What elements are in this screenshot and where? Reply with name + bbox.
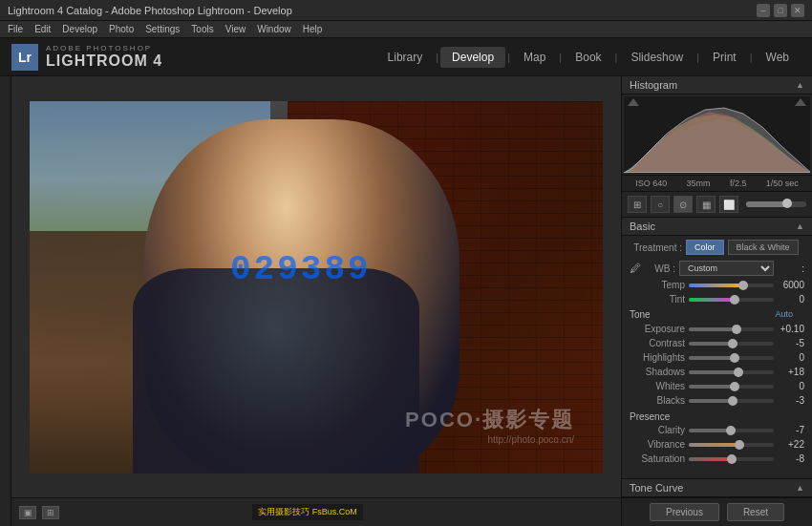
- blacks-thumb[interactable]: [728, 396, 737, 406]
- color-button[interactable]: Color: [686, 240, 724, 255]
- saturation-value: -8: [778, 453, 804, 464]
- tint-slider[interactable]: [689, 298, 774, 302]
- menu-photo[interactable]: Photo: [109, 24, 134, 34]
- tab-develop[interactable]: Develop: [440, 47, 505, 68]
- temp-slider[interactable]: [689, 284, 774, 287]
- clarity-thumb[interactable]: [726, 426, 736, 435]
- tint-value: 0: [778, 294, 804, 305]
- shadows-thumb[interactable]: [734, 368, 743, 377]
- tab-web[interactable]: Web: [755, 47, 801, 68]
- contrast-thumb[interactable]: [728, 339, 737, 348]
- contrast-slider[interactable]: [689, 342, 774, 346]
- histogram-canvas: [624, 96, 810, 173]
- tab-library[interactable]: Library: [376, 47, 435, 68]
- menu-settings[interactable]: Settings: [145, 24, 180, 34]
- menu-file[interactable]: File: [8, 24, 23, 34]
- blacks-label: Blacks: [630, 395, 685, 406]
- photo-container: 029389 POCO·摄影专题 http://photo.poco.cn/: [30, 101, 603, 473]
- suit-overlay: [133, 268, 419, 473]
- contrast-label: Contrast: [630, 338, 685, 348]
- tab-print[interactable]: Print: [701, 47, 748, 68]
- contrast-row: Contrast -5: [622, 336, 812, 350]
- vibrance-thumb[interactable]: [735, 440, 744, 450]
- tab-map[interactable]: Map: [512, 47, 557, 68]
- close-button[interactable]: ✕: [791, 4, 804, 17]
- title-bar: Lightroom 4 Catalog - Adobe Photoshop Li…: [0, 0, 812, 21]
- exposure-slider[interactable]: [689, 327, 774, 331]
- maximize-button[interactable]: □: [774, 4, 787, 17]
- spot-removal-tool[interactable]: ○: [651, 196, 670, 213]
- exposure-value: +0.10: [778, 324, 804, 334]
- tab-slideshow[interactable]: Slideshow: [619, 47, 694, 68]
- camera-info: ISO 640 35mm f/2.5 1/50 sec: [622, 176, 812, 192]
- auto-button[interactable]: Auto: [771, 308, 797, 320]
- tone-label: Tone: [630, 309, 651, 320]
- menu-edit[interactable]: Edit: [34, 24, 51, 34]
- exposure-row: Exposure +0.10: [622, 322, 812, 336]
- brand-name: ADOBE PHOTOSHOP: [46, 44, 162, 53]
- grid-icon[interactable]: ⊞: [42, 506, 59, 519]
- saturation-row: Saturation -8: [622, 452, 812, 466]
- contrast-value: -5: [778, 338, 804, 348]
- treatment-label: Treatment :: [630, 242, 682, 253]
- tint-fill: [689, 298, 732, 302]
- saturation-slider[interactable]: [689, 457, 774, 461]
- tool-slider[interactable]: [746, 201, 806, 207]
- wb-select[interactable]: Custom Auto Daylight Cloudy: [679, 261, 774, 276]
- temp-thumb[interactable]: [738, 281, 748, 290]
- reset-button[interactable]: Reset: [727, 503, 784, 521]
- menu-help[interactable]: Help: [303, 24, 323, 34]
- vibrance-label: Vibrance: [630, 439, 685, 450]
- basic-section: Basic ▲ Treatment : Color Black & White …: [622, 218, 812, 478]
- shadows-slider[interactable]: [689, 370, 774, 374]
- minimize-button[interactable]: –: [757, 4, 770, 17]
- menu-window[interactable]: Window: [257, 24, 291, 34]
- menu-tools[interactable]: Tools: [191, 24, 213, 34]
- histogram-section: Histogram ▲: [622, 76, 812, 176]
- temp-row: Temp 6000: [622, 278, 812, 292]
- clarity-row: Clarity -7: [622, 423, 812, 437]
- logo-area: Lr ADOBE PHOTOSHOP LIGHTROOM 4: [11, 44, 162, 71]
- saturation-thumb[interactable]: [727, 454, 737, 464]
- highlights-fill: [689, 356, 732, 360]
- whites-thumb[interactable]: [730, 382, 739, 391]
- highlights-thumb[interactable]: [730, 353, 739, 363]
- tone-curve-header[interactable]: Tone Curve ▲: [622, 479, 812, 497]
- saturation-fill: [689, 457, 729, 461]
- tint-thumb[interactable]: [730, 295, 739, 305]
- tone-curve-section: Tone Curve ▲: [622, 478, 812, 497]
- eyedropper-tool[interactable]: 🖉: [630, 262, 643, 275]
- lr-logo: Lr: [11, 44, 38, 71]
- clarity-slider[interactable]: [689, 429, 774, 432]
- menu-view[interactable]: View: [225, 24, 246, 34]
- blacks-slider[interactable]: [689, 399, 774, 403]
- gradient-tool[interactable]: ▦: [696, 196, 716, 213]
- whites-fill: [689, 385, 732, 389]
- whites-row: Whites 0: [622, 379, 812, 393]
- menu-develop[interactable]: Develop: [62, 24, 97, 34]
- highlights-slider[interactable]: [689, 356, 774, 360]
- contrast-fill: [689, 342, 730, 346]
- slider-thumb[interactable]: [782, 199, 792, 208]
- histogram-header[interactable]: Histogram ▲: [622, 76, 812, 95]
- wb-row: 🖉 WB : Custom Auto Daylight Cloudy :: [622, 259, 812, 278]
- filmstrip-icon[interactable]: ▣: [19, 506, 36, 519]
- brush-tool[interactable]: ⬜: [719, 196, 738, 213]
- presence-label: Presence: [630, 411, 670, 422]
- highlights-value: 0: [778, 352, 804, 363]
- exposure-thumb[interactable]: [732, 325, 741, 334]
- left-clip-indicator: [628, 98, 639, 106]
- vibrance-slider[interactable]: [689, 443, 774, 447]
- crop-tool[interactable]: ⊞: [628, 196, 647, 213]
- histogram-label: Histogram: [630, 79, 677, 91]
- clarity-value: -7: [778, 425, 804, 435]
- photo-area: 029389 POCO·摄影专题 http://photo.poco.cn/: [11, 76, 621, 497]
- basic-panel-header[interactable]: Basic ▲: [622, 218, 812, 236]
- whites-slider[interactable]: [689, 385, 774, 389]
- window-controls: – □ ✕: [757, 4, 804, 17]
- tab-book[interactable]: Book: [564, 47, 612, 68]
- bw-button[interactable]: Black & White: [728, 240, 799, 255]
- redeye-tool[interactable]: ⊙: [673, 196, 693, 213]
- previous-button[interactable]: Previous: [650, 503, 719, 521]
- histogram-bars: [624, 96, 810, 173]
